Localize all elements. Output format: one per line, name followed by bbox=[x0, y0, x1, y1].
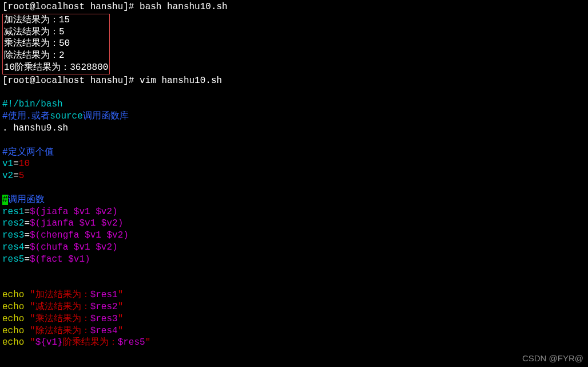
output-line-2: 减法结果为：5 bbox=[4, 26, 108, 38]
output-line-3: 乘法结果为：50 bbox=[4, 38, 108, 50]
command-2: vim hanshu10.sh bbox=[140, 76, 222, 86]
output-line-4: 除法结果为：2 bbox=[4, 50, 108, 62]
output-highlight-box: 加法结果为：15 减法结果为：5 乘法结果为：50 除法结果为：2 10阶乘结果… bbox=[2, 14, 110, 74]
echo-4: echo "除法结果为：$res4" bbox=[2, 325, 586, 337]
comment-2: #定义两个值 bbox=[2, 147, 586, 159]
echo-3: echo "乘法结果为：$res3" bbox=[2, 313, 586, 325]
echo-5: echo "${v1}阶乘结果为：$res5" bbox=[2, 337, 586, 349]
prompt-line-1: [root@localhost hanshu]# bash hanshu10.s… bbox=[2, 1, 586, 13]
source-line: . hanshu9.sh bbox=[2, 123, 586, 135]
assign-res3: res3=$(chengfa $v1 $v2) bbox=[2, 230, 586, 242]
comment-1: #使用.或者source调用函数库 bbox=[2, 111, 586, 123]
command-1: bash hanshu10.sh bbox=[140, 2, 228, 12]
output-line-5: 10阶乘结果为：3628800 bbox=[4, 62, 108, 74]
cursor-position: # bbox=[2, 195, 8, 205]
assign-v1: v1=10 bbox=[2, 158, 586, 170]
assign-res5: res5=$(fact $v1) bbox=[2, 254, 586, 266]
echo-1: echo "加法结果为：$res1" bbox=[2, 289, 586, 301]
assign-res1: res1=$(jiafa $v1 $v2) bbox=[2, 206, 586, 218]
comment-3: #调用函数 bbox=[2, 194, 586, 206]
shebang-line: #!/bin/bash bbox=[2, 98, 586, 111]
assign-res4: res4=$(chufa $v1 $v2) bbox=[2, 242, 586, 254]
output-line-1: 加法结果为：15 bbox=[4, 14, 108, 26]
watermark: CSDN @FYR@ bbox=[522, 353, 583, 364]
assign-res2: res2=$(jianfa $v1 $v2) bbox=[2, 218, 586, 230]
assign-v2: v2=5 bbox=[2, 170, 586, 182]
echo-2: echo "减法结果为：$res2" bbox=[2, 301, 586, 313]
prompt-line-2: [root@localhost hanshu]# vim hanshu10.sh bbox=[2, 75, 586, 87]
